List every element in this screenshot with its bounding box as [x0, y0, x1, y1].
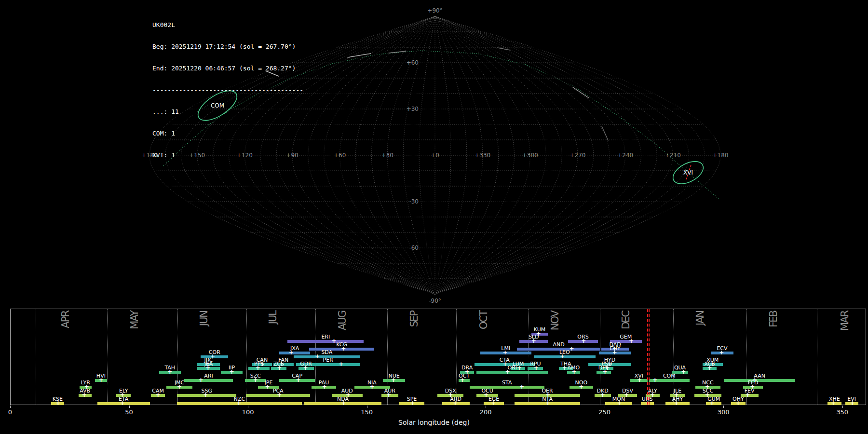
- shower-peak-marker: +: [652, 377, 657, 383]
- month-label-oct: OCT: [479, 311, 489, 329]
- shower-label-STA: STA: [496, 380, 517, 386]
- shower-peak-marker: +: [505, 369, 510, 375]
- longitude-label: +300: [522, 152, 538, 159]
- shower-peak-marker: +: [629, 338, 634, 344]
- x-axis-tick: [723, 406, 724, 408]
- shower-peak-marker: +: [710, 400, 715, 407]
- shower-peak-marker: +: [277, 392, 282, 398]
- x-axis-tick-label: 300: [713, 408, 734, 416]
- meteor-trail: [602, 126, 608, 140]
- shower-bar-ARI: [184, 379, 233, 382]
- x-axis-tick: [842, 406, 843, 408]
- longitude-label: +330: [475, 152, 490, 159]
- shower-peak-marker: +: [707, 365, 712, 371]
- x-axis-tick: [367, 406, 367, 408]
- shower-peak-marker: +: [612, 350, 617, 356]
- latitude-label: -30: [409, 198, 419, 205]
- month-boundary-line: [246, 309, 247, 405]
- x-axis-tick: [10, 406, 11, 408]
- shower-peak-marker: +: [453, 400, 458, 407]
- longitude-label: +60: [334, 152, 346, 159]
- shower-peak-marker: +: [603, 369, 608, 375]
- shower-peak-marker: +: [410, 400, 415, 407]
- shower-peak-marker: +: [98, 377, 103, 383]
- month-label-may: MAY: [130, 311, 140, 329]
- sporadic-count: ...: 11: [152, 108, 303, 115]
- month-boundary-line: [817, 309, 817, 405]
- month-boundary-line: [107, 309, 108, 405]
- shower-peak-marker: +: [386, 392, 391, 398]
- x-axis-label: Solar longitude (deg): [0, 419, 868, 426]
- shower-peak-marker: +: [256, 365, 260, 371]
- current-solar-longitude-line: [649, 309, 650, 405]
- station-code: UK002L: [152, 21, 303, 28]
- x-axis-tick-label: 250: [594, 408, 615, 416]
- shower-peak-marker: +: [277, 365, 282, 371]
- shower-peak-marker: +: [503, 350, 508, 356]
- shower-peak-marker: +: [339, 361, 343, 367]
- meteor-trail: [498, 48, 510, 50]
- month-label-sep: SEP: [409, 311, 420, 327]
- shower-peak-marker: +: [82, 392, 87, 398]
- x-axis-tick-label: 200: [475, 408, 496, 416]
- shower-label-JXA: JXA: [284, 345, 305, 352]
- month-label-jun: JUN: [199, 311, 209, 326]
- shower-peak-marker: +: [681, 369, 686, 375]
- shower-peak-marker: +: [831, 400, 836, 407]
- shower-bar-ORI: [476, 371, 548, 374]
- shower-peak-marker: +: [545, 400, 550, 407]
- shower-peak-marker: +: [230, 369, 234, 375]
- shower-peak-marker: +: [460, 377, 465, 383]
- pole-label-north: +90°: [427, 7, 442, 14]
- shower-peak-marker: +: [205, 365, 210, 371]
- observation-info: UK002L Beg: 20251219 17:12:54 (sol = 267…: [152, 7, 303, 173]
- x-axis-tick: [129, 406, 130, 408]
- shower-peak-marker: +: [203, 392, 208, 398]
- shower-peak-marker: +: [296, 377, 301, 383]
- shower-peak-marker: +: [850, 400, 854, 407]
- month-label-jul: JUL: [268, 311, 278, 324]
- shower-peak-marker: +: [391, 377, 396, 383]
- shower-peak-marker: +: [637, 377, 642, 383]
- shower-peak-marker: +: [156, 392, 161, 398]
- latitude-label: +30: [407, 106, 419, 112]
- x-axis-tick: [486, 406, 486, 408]
- month-label-nov: NOV: [550, 311, 560, 330]
- x-axis-tick-label: 150: [356, 408, 378, 416]
- month-boundary-line: [36, 309, 36, 405]
- longitude-label: +30: [381, 152, 393, 159]
- x-axis-tick-label: 50: [119, 408, 140, 416]
- shower-peak-marker: +: [120, 400, 125, 407]
- month-label-feb: FEB: [769, 311, 779, 327]
- shower-peak-marker: +: [560, 353, 565, 360]
- longitude-label: +270: [570, 152, 586, 159]
- shower-peak-marker: +: [177, 384, 182, 390]
- shower-peak-marker: +: [303, 365, 308, 371]
- longitude-label: +180: [713, 152, 729, 159]
- shower-peak-marker: +: [341, 400, 346, 407]
- latitude-label: +60: [407, 59, 419, 66]
- longitude-label: +240: [617, 152, 633, 159]
- shower-peak-marker: +: [253, 377, 258, 383]
- meteor-trail: [573, 87, 589, 98]
- month-label-jan: JAN: [695, 311, 705, 326]
- sky-map: COMXVI+180+150+120+90+60+30+0+330+300+27…: [0, 0, 868, 309]
- shower-peak-marker: +: [719, 350, 724, 356]
- shower-peak-marker: +: [369, 384, 374, 390]
- shower-label-QUA: QUA: [669, 365, 691, 371]
- month-label-mar: MAR: [840, 311, 850, 331]
- shower-peak-marker: +: [519, 384, 524, 390]
- shower-peak-marker: +: [289, 350, 294, 356]
- latitude-label: -60: [409, 244, 419, 251]
- month-label-aug: AUG: [338, 311, 348, 330]
- longitude-label: +210: [665, 152, 681, 159]
- com-count: COM: 1: [152, 130, 303, 137]
- graticule-meridian: [435, 16, 673, 294]
- shower-label-COM: COM: [659, 373, 680, 379]
- radiant-map-figure: COMXVI+180+150+120+90+60+30+0+330+300+27…: [0, 0, 868, 434]
- shower-bar-JXA: [279, 352, 310, 354]
- begin-time: Beg: 20251219 17:12:54 (sol = 267.70°): [152, 43, 303, 50]
- shower-peak-marker: +: [322, 384, 327, 390]
- x-axis-tick: [248, 406, 248, 408]
- pole-label-south: -90°: [429, 298, 441, 304]
